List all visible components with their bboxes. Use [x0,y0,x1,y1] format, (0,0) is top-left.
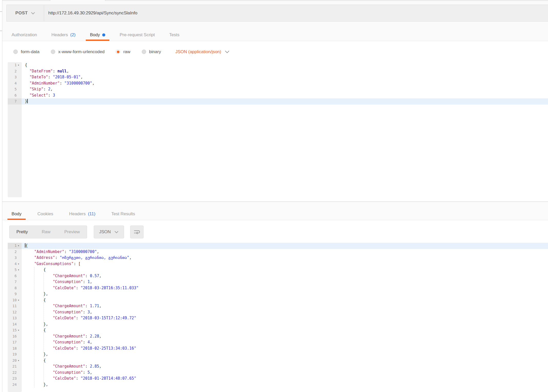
code-line: 17 "Consumption": 4, [8,339,548,346]
method-selector[interactable]: POST [7,5,44,21]
fold-toggle-icon[interactable]: ▾ [17,243,20,249]
line-number: 1 [15,243,17,249]
code-token: : [76,376,81,381]
code-line: 6 "Select": 3 [8,92,548,99]
code-content: "ChargeAmount": 2.28, [22,333,548,340]
view-mode-pretty[interactable]: Pretty [10,226,35,238]
code-token: : [85,334,90,339]
code-token: "Consumption" [53,370,83,375]
code-token [25,274,53,278]
chevron-down-icon [114,231,119,234]
view-mode-raw[interactable]: Raw [35,226,57,238]
fold-toggle-icon[interactable]: ▾ [17,358,20,364]
line-number: 3 [15,255,17,261]
gutter-cell: 7 [8,279,22,285]
request-tabs: AuthorizationHeaders(2)BodyPre-request S… [12,29,179,41]
code-token [25,346,53,351]
code-token: "ChargeAmount" [53,364,85,369]
gutter-cell: 13 [8,315,22,321]
body-mode-binary[interactable]: binary [142,49,161,54]
text-cursor [27,99,28,103]
postman-window: POST http://172.16.49.30:2929/api/Sync/s… [0,0,548,392]
code-token: : [55,255,60,260]
gutter-cell: 6 [8,273,22,279]
body-mode-x-www-form-urlencoded[interactable]: x-www-form-urlencoded [51,49,105,54]
code-line: 14 }, [8,321,548,328]
gutter-cell: 24 [8,382,22,388]
code-line: 16 "ChargeAmount": 2.28, [8,333,548,340]
code-token: : [43,87,48,91]
line-number: 5 [15,86,17,92]
code-token: "2018-02-25T13:34:03.16" [81,346,136,351]
code-line: 8 "CalcDate": "2018-03-28T16:35:11.033" [8,285,548,291]
code-token: : [64,249,69,254]
code-token [25,69,30,73]
sidebar-edge-separator [0,11,2,12]
response-tab-test-results[interactable]: Test Results [111,208,135,220]
request-tab-pre-request-script[interactable]: Pre-request Script [120,29,155,41]
response-tab-headers[interactable]: Headers(11) [69,208,95,220]
request-tab-authorization[interactable]: Authorization [12,29,37,41]
response-format-selector[interactable]: JSON [94,226,124,238]
line-number: 23 [12,376,17,382]
gutter-cell: 8 [8,285,22,291]
request-tab-body[interactable]: Body [90,29,105,41]
code-token: , [90,370,92,375]
code-content: { [22,297,548,303]
code-token: "DateTo" [30,75,48,79]
response-tab-body[interactable]: Body [12,208,22,220]
fold-toggle-icon[interactable]: ▾ [17,261,20,267]
gutter-cell: 19 [8,351,22,358]
tab-label: Headers [51,32,68,38]
line-number: 1 [15,62,17,68]
code-token: }, [25,292,48,296]
code-token: { [25,243,28,248]
request-tab-headers[interactable]: Headers(2) [51,29,75,41]
fold-toggle-icon[interactable]: ▾ [17,62,20,68]
code-content: { [22,243,548,249]
code-line: 21 "ChargeAmount": 2.85, [8,363,548,370]
code-token: : [83,279,88,284]
fold-toggle-icon[interactable]: ▾ [17,327,20,333]
code-token: : [53,69,57,73]
tab-label: Authorization [12,32,37,38]
code-line: 5▾ { [8,267,548,273]
gutter-cell: 6 [8,92,22,99]
wrap-lines-button[interactable] [130,226,144,238]
radio-label: x-www-form-urlencoded [58,49,105,54]
line-number: 9 [15,291,17,297]
code-line: 18 "CalcDate": "2018-02-25T13:34:03.16" [8,346,548,352]
code-line: 22 "Consumption": 5, [8,370,548,376]
code-token: "CalcDate" [53,316,76,320]
code-token [25,304,53,308]
code-line: 2 "AdminNumber": "3100000700", [8,249,548,255]
fold-toggle-icon[interactable]: ▾ [17,267,20,273]
code-token [25,93,30,98]
code-token: : [48,93,53,98]
code-token: "Consumption" [53,340,83,344]
sidebar-edge [0,0,2,392]
view-mode-preview[interactable]: Preview [57,226,87,238]
radio-icon [142,50,146,54]
tab-label: Body [90,32,100,38]
fold-toggle-icon[interactable]: ▾ [17,297,20,303]
code-content: "AdminNumber": "3100000700", [22,80,548,87]
line-number: 4 [15,261,17,267]
body-mode-raw[interactable]: raw [116,49,130,54]
response-code-lines: 1▾{2 "AdminNumber": "3100000700",3 "Addr… [8,243,548,388]
code-token: "2018-03-28T16:35:11.033" [81,286,139,290]
code-content: "DateTo": "2018-05-01", [22,74,548,80]
url-input[interactable]: http://172.16.49.30:2929/api/Sync/syncSl… [44,5,548,21]
gutter-cell: 11 [8,303,22,309]
code-token: , [99,364,101,369]
gutter-cell: 21 [8,363,22,370]
code-content: "Consumption": 5, [22,370,548,376]
body-mode-form-data[interactable]: form-data [13,49,40,54]
response-tab-cookies[interactable]: Cookies [37,208,53,220]
content-type-selector[interactable]: JSON (application/json) [175,49,230,54]
code-token: : [83,310,88,314]
response-body-editor[interactable]: 1▾{2 "AdminNumber": "3100000700",3 "Addr… [8,243,548,392]
request-body-editor[interactable]: 1▾{2 "DateFrom": null,3 "DateTo": "2018-… [8,62,548,197]
request-tab-tests[interactable]: Tests [169,29,179,41]
code-line: 24 }, [8,382,548,388]
